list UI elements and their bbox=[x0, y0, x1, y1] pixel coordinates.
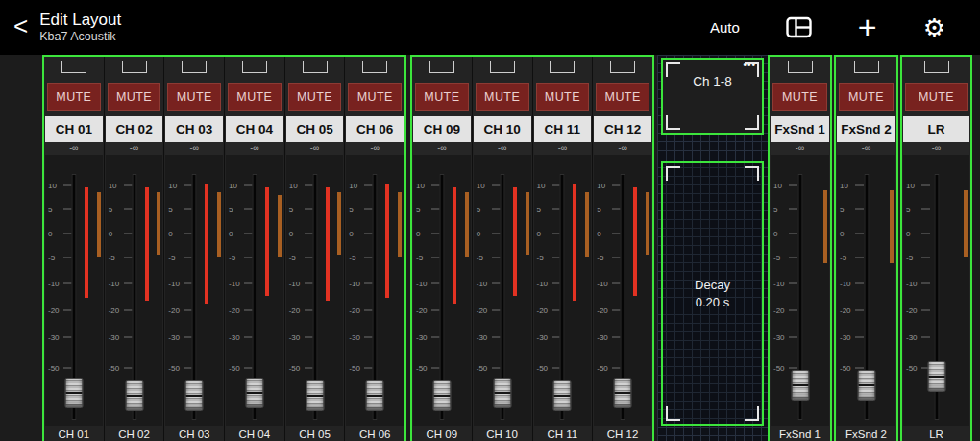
scale-tick-label: 0 bbox=[416, 229, 429, 237]
fader-handle[interactable] bbox=[185, 380, 204, 411]
peak-meter bbox=[217, 192, 221, 257]
fader-value: -∞ bbox=[286, 142, 344, 155]
layout-icon[interactable] bbox=[786, 16, 812, 38]
scale-tick-label: 0 bbox=[477, 229, 489, 237]
corner-bracket bbox=[745, 406, 759, 421]
auto-button[interactable]: Auto bbox=[710, 19, 740, 36]
channel-name[interactable]: CH 05 bbox=[286, 116, 344, 142]
scale-tick-label: 5 bbox=[109, 206, 121, 214]
fader-handle[interactable] bbox=[791, 370, 809, 401]
fader[interactable]: 1050-5-10-20-30-50 bbox=[534, 155, 592, 426]
scale-tick: -30 bbox=[168, 332, 192, 341]
level-meter bbox=[633, 187, 637, 296]
decay-panel[interactable]: Decay 0.20 s bbox=[661, 161, 764, 426]
scale-tick-label: -30 bbox=[109, 332, 121, 341]
channel-name[interactable]: CH 04 bbox=[226, 116, 283, 142]
channel-name[interactable]: CH 12 bbox=[594, 116, 651, 142]
mute-button[interactable]: MUTE bbox=[288, 83, 342, 111]
settings-icon[interactable]: ⚙ bbox=[923, 15, 945, 40]
channel-name[interactable]: CH 03 bbox=[165, 116, 223, 142]
scale-tick: -5 bbox=[168, 253, 192, 261]
scale-tick-label: -50 bbox=[416, 363, 429, 372]
mute-button[interactable]: MUTE bbox=[228, 83, 282, 111]
scale-tick: -10 bbox=[289, 280, 313, 288]
scale-tick: -5 bbox=[48, 253, 72, 261]
fader-handle[interactable] bbox=[306, 380, 324, 411]
level-meter bbox=[573, 184, 576, 301]
fader[interactable]: 1050-5-10-20-30-50 bbox=[594, 155, 651, 426]
mute-button[interactable]: MUTE bbox=[47, 83, 101, 111]
mute-button[interactable]: MUTE bbox=[415, 83, 469, 111]
strip-bottom-label: CH 06 bbox=[345, 426, 404, 441]
mute-button[interactable]: MUTE bbox=[476, 83, 529, 111]
scale-tick-mark bbox=[789, 209, 797, 210]
strip-header-box bbox=[550, 61, 575, 73]
channel-name[interactable]: CH 01 bbox=[45, 116, 103, 142]
fader-handle[interactable] bbox=[366, 380, 384, 411]
fader-handle[interactable] bbox=[857, 370, 875, 401]
scale-tick-mark bbox=[855, 367, 864, 368]
fader[interactable]: 1050-5-10-20-30-50 bbox=[837, 155, 895, 426]
mute-button[interactable]: MUTE bbox=[348, 83, 402, 111]
fader[interactable]: 1050-5-10-20-30-50 bbox=[286, 155, 344, 426]
channel-name[interactable]: CH 10 bbox=[474, 116, 531, 142]
channel-name[interactable]: LR bbox=[903, 116, 969, 142]
mixer-app: < Edit Layout Kba7 Acoustik Auto + ⚙ MUT… bbox=[0, 0, 980, 441]
fader[interactable]: 1050-5-10-20-30-50 bbox=[165, 155, 223, 426]
channel-name[interactable]: CH 02 bbox=[106, 116, 163, 142]
fader-handle[interactable] bbox=[493, 378, 511, 408]
strip-header-box bbox=[429, 61, 454, 73]
channel-name[interactable]: CH 06 bbox=[346, 116, 404, 142]
fader-handle[interactable] bbox=[614, 378, 632, 408]
fader-handle[interactable] bbox=[125, 380, 143, 411]
fader[interactable]: 1050-5-10-20-30-50 bbox=[474, 155, 531, 426]
back-button[interactable]: < Edit Layout Kba7 Acoustik bbox=[13, 11, 121, 44]
fader-handle[interactable] bbox=[553, 380, 572, 411]
mute-button[interactable]: MUTE bbox=[167, 83, 221, 111]
scale-tick-label: 0 bbox=[840, 229, 852, 237]
fader[interactable]: 1050-5-10-20-30-50 bbox=[226, 155, 283, 426]
mute-button[interactable]: MUTE bbox=[596, 83, 649, 111]
fader-value: -∞ bbox=[594, 142, 651, 155]
strip-header-box bbox=[242, 61, 267, 73]
scale-tick: -5 bbox=[289, 253, 313, 261]
channel-strip: MUTE CH 01 -∞ 1050-5-10-20-30-50 CH 01 bbox=[44, 57, 105, 441]
mute-button[interactable]: MUTE bbox=[905, 83, 968, 111]
peak-meter bbox=[890, 190, 894, 263]
scale-tick-label: -5 bbox=[109, 253, 121, 261]
scale-tick-label: -10 bbox=[597, 280, 609, 288]
fader[interactable]: 1050-5-10-20-30-50 bbox=[903, 155, 969, 426]
level-meter bbox=[326, 187, 330, 301]
channel-name[interactable]: FxSnd 1 bbox=[771, 116, 829, 142]
fader[interactable]: 1050-5-10-20-30-50 bbox=[45, 155, 103, 426]
fader[interactable]: 1050-5-10-20-30-50 bbox=[106, 155, 163, 426]
scale-tick-label: 5 bbox=[416, 206, 429, 214]
scale-tick: -20 bbox=[906, 306, 930, 314]
channel-bank-panel[interactable]: ••• Ch 1-8 bbox=[661, 58, 764, 135]
fader-handle[interactable] bbox=[927, 361, 945, 392]
mute-button[interactable]: MUTE bbox=[536, 83, 590, 111]
mute-button[interactable]: MUTE bbox=[839, 83, 894, 111]
scale-tick-mark bbox=[855, 209, 864, 210]
mute-button[interactable]: MUTE bbox=[772, 83, 827, 111]
scale-tick: 5 bbox=[477, 206, 501, 214]
scale-tick: -30 bbox=[229, 332, 253, 341]
fader[interactable]: 1050-5-10-20-30-50 bbox=[413, 155, 471, 426]
channel-name[interactable]: CH 11 bbox=[534, 116, 592, 142]
fader[interactable]: 1050-5-10-20-30-50 bbox=[346, 155, 404, 426]
fader-handle[interactable] bbox=[245, 378, 263, 408]
scale-tick-label: -10 bbox=[168, 280, 181, 288]
scale-tick: -30 bbox=[349, 332, 373, 341]
fader-handle[interactable] bbox=[64, 378, 83, 408]
fader-handle[interactable] bbox=[432, 380, 451, 411]
fader-value: -∞ bbox=[837, 142, 895, 155]
scale-tick: -20 bbox=[477, 306, 501, 314]
mute-button[interactable]: MUTE bbox=[108, 83, 161, 111]
scale-tick: 0 bbox=[906, 229, 930, 237]
scale-tick: -5 bbox=[109, 253, 133, 261]
scale-tick-mark bbox=[789, 309, 797, 310]
fader[interactable]: 1050-5-10-20-30-50 bbox=[771, 155, 829, 426]
add-icon[interactable]: + bbox=[858, 14, 877, 40]
channel-name[interactable]: FxSnd 2 bbox=[837, 116, 895, 142]
channel-name[interactable]: CH 09 bbox=[413, 116, 471, 142]
